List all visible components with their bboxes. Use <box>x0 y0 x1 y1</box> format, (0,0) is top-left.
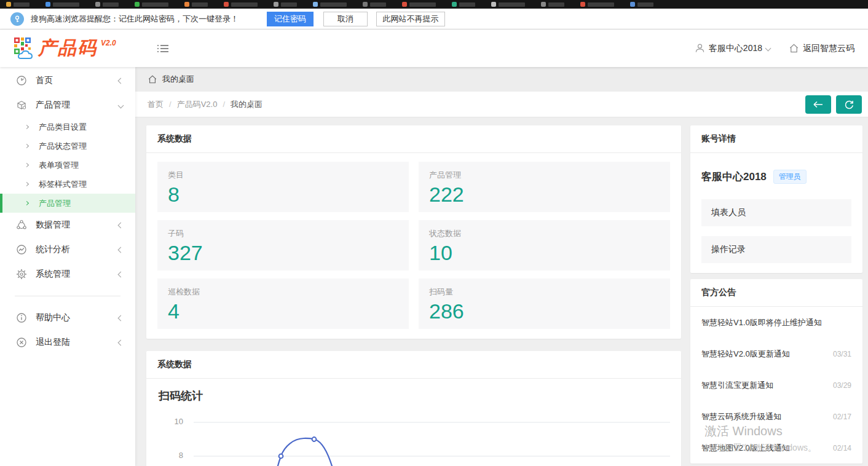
app-header: 产品码 V2.0 客服中心2018 返回智慧云码 <box>0 30 868 67</box>
notice-item[interactable]: 智慧轻站V1.0版即将停止维护通知 <box>690 307 862 338</box>
bookmark-item[interactable] <box>95 2 119 7</box>
sidebar-subitem-form[interactable]: 表单项管理 <box>0 156 135 175</box>
cancel-button[interactable]: 取消 <box>323 12 368 26</box>
dashboard-icon <box>16 75 27 86</box>
notice-date: 02/17 <box>827 413 851 421</box>
sidebar-item-help[interactable]: 帮助中心 <box>0 306 135 330</box>
chart-title: 扫码统计 <box>146 379 681 409</box>
stat-subcodes: 子码 327 <box>157 220 409 271</box>
notice-title: 智慧云码系统升级通知 <box>701 411 781 422</box>
sidebar: 首页 产品管理 产品类目设置 产品状态管理 表单项管理 标签样式管理 产品管理 … <box>0 67 135 466</box>
notice-item[interactable]: 智慧云码系统升级通知 02/17 <box>690 401 862 432</box>
notice-item[interactable]: 智慧地图V2.0版上线通知 02/14 <box>690 432 862 464</box>
info-circle-icon <box>16 312 27 323</box>
sidebar-subitem-category[interactable]: 产品类目设置 <box>0 117 135 136</box>
bookmark-label <box>14 2 30 7</box>
tab-my-desktop[interactable]: 我的桌面 <box>162 74 194 85</box>
operation-log-link[interactable]: 操作记录 <box>701 236 851 263</box>
logo[interactable]: 产品码 V2.0 <box>14 37 116 60</box>
return-cloud-link[interactable]: 返回智慧云码 <box>789 43 854 54</box>
form-staff-link[interactable]: 填表人员 <box>701 199 851 226</box>
sidebar-item-product[interactable]: 产品管理 <box>0 93 135 117</box>
bookmark-item[interactable] <box>135 2 168 7</box>
subitem-label: 产品类目设置 <box>39 122 87 133</box>
content: 系统数据 类目 8 产品管理 222 子码 <box>135 117 868 466</box>
header-right: 客服中心2018 返回智慧云码 <box>695 43 854 54</box>
logo-text: 产品码 <box>38 37 97 59</box>
sidebar-divider <box>15 296 120 296</box>
bookmark-label <box>320 2 347 7</box>
notice-title: 智慧引流宝更新通知 <box>701 380 773 391</box>
bookmark-favicon <box>135 2 140 7</box>
bookmark-item[interactable] <box>184 2 208 7</box>
gear-icon <box>16 269 27 280</box>
chevron-left-icon <box>118 271 124 277</box>
breadcrumb-separator: / <box>169 100 172 109</box>
bookmark-favicon <box>95 2 100 7</box>
refresh-icon <box>843 99 854 110</box>
stat-label: 状态数据 <box>429 228 660 239</box>
sidebar-item-logout[interactable]: 退出登陆 <box>0 330 135 355</box>
bookmark-label <box>281 2 297 7</box>
logo-qr-cloud-icon <box>14 37 34 60</box>
sidebar-item-data[interactable]: 数据管理 <box>0 213 135 237</box>
user-menu[interactable]: 客服中心2018 <box>695 43 770 54</box>
bookmark-favicon <box>45 2 50 7</box>
bookmark-favicon <box>363 2 368 7</box>
bookmark-label <box>409 2 436 7</box>
sidebar-item-analysis[interactable]: 统计分析 <box>0 237 135 262</box>
sidebar-subitem-status[interactable]: 产品状态管理 <box>0 136 135 156</box>
card-title: 官方公告 <box>690 279 862 307</box>
never-prompt-button[interactable]: 此网站不再提示 <box>376 12 445 26</box>
arrow-left-icon <box>812 100 824 109</box>
chevron-left-icon <box>118 77 124 84</box>
breadcrumb-product-code[interactable]: 产品码V2.0 <box>177 99 218 110</box>
arrow-right-icon <box>25 163 29 167</box>
stats-grid: 类目 8 产品管理 222 子码 327 <box>146 153 681 339</box>
bookmark-item[interactable] <box>45 2 79 7</box>
bookmark-item[interactable] <box>541 2 564 7</box>
scan-line-chart: 10 8 <box>146 413 681 466</box>
sidebar-item-system[interactable]: 系统管理 <box>0 262 135 286</box>
bookmark-item[interactable] <box>6 2 30 7</box>
bookmark-item[interactable] <box>224 2 258 7</box>
back-button[interactable] <box>805 95 831 114</box>
bookmark-item[interactable] <box>580 2 614 7</box>
sidebar-item-home[interactable]: 首页 <box>0 68 135 93</box>
x-circle-icon <box>16 337 27 348</box>
bookmark-favicon <box>184 2 189 7</box>
return-link-label: 返回智慧云码 <box>803 43 854 54</box>
notice-card: 官方公告 智慧轻站V1.0版即将停止维护通知 智慧轻站V2.0版更新通知 03/… <box>690 279 862 464</box>
bookmark-item[interactable] <box>402 2 436 7</box>
bookmark-item[interactable] <box>491 2 525 7</box>
notice-title: 智慧地图V2.0版上线通知 <box>701 443 790 454</box>
refresh-button[interactable] <box>836 95 862 114</box>
sidebar-subitem-product-active[interactable]: 产品管理 <box>0 194 135 213</box>
notice-item[interactable]: 智慧轻站V2.0版更新通知 03/31 <box>690 338 862 369</box>
bookmark-item[interactable] <box>363 2 386 7</box>
bookmark-favicon <box>224 2 229 7</box>
sidebar-collapse-icon[interactable] <box>157 43 169 54</box>
bookmark-label <box>548 2 564 7</box>
bookmark-item[interactable] <box>630 2 653 7</box>
bookmarks-bar <box>0 0 868 9</box>
password-bar-message: 搜狗高速浏览器提醒您：记住此网站密码，下次一键登录！ <box>31 14 239 25</box>
role-badge: 管理员 <box>773 170 807 184</box>
tab-bar: 我的桌面 <box>135 67 868 92</box>
bookmark-item[interactable] <box>274 2 297 7</box>
bookmark-label <box>588 2 614 7</box>
logo-version: V2.0 <box>101 39 116 47</box>
notice-item[interactable]: 智慧引流宝更新通知 03/29 <box>690 369 862 401</box>
bookmark-item[interactable] <box>452 2 475 7</box>
remember-password-button[interactable]: 记住密码 <box>267 12 314 26</box>
bookmark-item[interactable] <box>313 2 347 7</box>
breadcrumb-home[interactable]: 首页 <box>148 99 164 110</box>
sidebar-subitem-label-style[interactable]: 标签样式管理 <box>0 175 135 194</box>
card-title: 系统数据 <box>146 125 681 153</box>
stat-value: 4 <box>168 299 398 323</box>
subitem-label: 表单项管理 <box>39 160 79 171</box>
subitem-label: 产品管理 <box>39 198 71 209</box>
breadcrumb: 首页 / 产品码V2.0 / 我的桌面 <box>135 92 868 117</box>
bookmark-label <box>192 2 208 7</box>
bookmark-favicon <box>541 2 546 7</box>
